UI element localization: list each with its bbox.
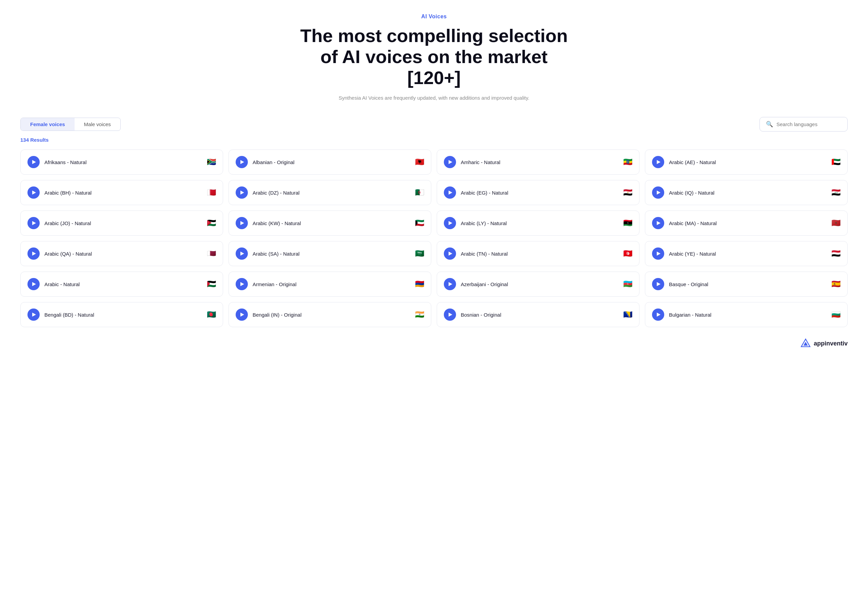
- flag-icon: 🇾🇪: [831, 249, 841, 258]
- branding: appinventiv: [20, 338, 848, 349]
- voice-card[interactable]: Arabic (JO) - Natural 🇯🇴: [20, 211, 223, 236]
- search-box[interactable]: 🔍: [760, 117, 848, 132]
- play-button[interactable]: [236, 278, 248, 290]
- play-button[interactable]: [27, 278, 40, 290]
- play-button[interactable]: [444, 247, 456, 260]
- play-button[interactable]: [652, 187, 664, 199]
- flag-icon: 🇩🇿: [415, 188, 424, 197]
- voice-left: Arabic (TN) - Natural: [444, 247, 508, 260]
- tab-female-voices[interactable]: Female voices: [21, 118, 75, 130]
- flag-icon: 🇵🇸: [207, 280, 216, 289]
- voice-name: Arabic (QA) - Natural: [44, 251, 92, 257]
- voice-card[interactable]: Arabic (LY) - Natural 🇱🇾: [437, 211, 640, 236]
- voice-name: Bulgarian - Natural: [669, 312, 711, 317]
- voice-name: Bosnian - Original: [461, 312, 501, 317]
- voice-card[interactable]: Bengali (IN) - Original 🇮🇳: [228, 302, 431, 327]
- voice-card[interactable]: Arabic (KW) - Natural 🇰🇼: [228, 211, 431, 236]
- play-button[interactable]: [652, 247, 664, 260]
- voice-left: Arabic (BH) - Natural: [27, 187, 91, 199]
- voice-card[interactable]: Afrikaans - Natural 🇿🇦: [20, 149, 223, 174]
- voice-tabs: Female voices Male voices: [20, 118, 121, 131]
- voice-card[interactable]: Arabic (MA) - Natural 🇲🇦: [645, 211, 848, 236]
- play-button[interactable]: [27, 217, 40, 229]
- play-button[interactable]: [652, 308, 664, 321]
- voice-card[interactable]: Amharic - Natural 🇪🇹: [437, 149, 640, 174]
- voice-name: Basque - Original: [669, 281, 708, 287]
- play-button[interactable]: [444, 308, 456, 321]
- voice-card[interactable]: Arabic (IQ) - Natural 🇮🇶: [645, 180, 848, 205]
- play-button[interactable]: [444, 187, 456, 199]
- voice-card[interactable]: Arabic (TN) - Natural 🇹🇳: [437, 241, 640, 266]
- voice-card[interactable]: Bulgarian - Natural 🇧🇬: [645, 302, 848, 327]
- voice-card[interactable]: Albanian - Original 🇦🇱: [228, 149, 431, 174]
- flag-icon: 🇶🇦: [207, 249, 216, 258]
- play-button[interactable]: [236, 217, 248, 229]
- search-input[interactable]: [777, 121, 841, 127]
- voice-name: Arabic (KW) - Natural: [253, 220, 301, 226]
- voice-left: Arabic (EG) - Natural: [444, 187, 508, 199]
- voice-name: Arabic (IQ) - Natural: [669, 190, 714, 196]
- voice-card[interactable]: Arabic (EG) - Natural 🇪🇬: [437, 180, 640, 205]
- voice-name: Bengali (BD) - Natural: [44, 312, 94, 317]
- voice-left: Arabic (MA) - Natural: [652, 217, 717, 229]
- play-button[interactable]: [652, 278, 664, 290]
- voice-card[interactable]: Arabic (BH) - Natural 🇧🇭: [20, 180, 223, 205]
- voice-left: Amharic - Natural: [444, 156, 500, 168]
- voice-name: Azerbaijani - Original: [461, 281, 508, 287]
- voice-name: Albanian - Original: [253, 159, 294, 165]
- play-button[interactable]: [27, 308, 40, 321]
- subtitle: Synthesia AI Voices are frequently updat…: [20, 95, 848, 101]
- flag-icon: 🇪🇬: [623, 188, 632, 197]
- voice-left: Bosnian - Original: [444, 308, 501, 321]
- play-button[interactable]: [236, 247, 248, 260]
- flag-icon: 🇪🇹: [623, 158, 632, 167]
- voice-name: Amharic - Natural: [461, 159, 500, 165]
- voice-left: Bengali (BD) - Natural: [27, 308, 94, 321]
- voice-name: Arabic (MA) - Natural: [669, 220, 717, 226]
- play-button[interactable]: [444, 217, 456, 229]
- play-button[interactable]: [444, 156, 456, 168]
- appinventiv-logo-icon: [800, 338, 811, 349]
- search-icon: 🔍: [766, 121, 773, 128]
- flag-icon: 🇸🇦: [415, 249, 424, 258]
- voice-left: Arabic (AE) - Natural: [652, 156, 716, 168]
- flag-icon: 🇧🇭: [207, 188, 216, 197]
- voice-left: Arabic - Natural: [27, 278, 80, 290]
- flag-icon: 🇦🇿: [623, 280, 632, 289]
- play-button[interactable]: [444, 278, 456, 290]
- voice-name: Arabic (AE) - Natural: [669, 159, 716, 165]
- play-button[interactable]: [652, 156, 664, 168]
- play-button[interactable]: [652, 217, 664, 229]
- voice-left: Arabic (SA) - Natural: [236, 247, 299, 260]
- voice-left: Bengali (IN) - Original: [236, 308, 302, 321]
- play-button[interactable]: [27, 247, 40, 260]
- voice-card[interactable]: Arabic (YE) - Natural 🇾🇪: [645, 241, 848, 266]
- flag-icon: 🇿🇦: [207, 158, 216, 167]
- voice-card[interactable]: Armenian - Original 🇦🇲: [228, 272, 431, 297]
- voice-left: Arabic (DZ) - Natural: [236, 187, 299, 199]
- flag-icon: 🇹🇳: [623, 249, 632, 258]
- flag-icon: 🇮🇶: [831, 188, 841, 197]
- voice-name: Arabic (DZ) - Natural: [253, 190, 299, 196]
- voice-name: Afrikaans - Natural: [44, 159, 86, 165]
- play-button[interactable]: [236, 156, 248, 168]
- voice-card[interactable]: Arabic (SA) - Natural 🇸🇦: [228, 241, 431, 266]
- voice-card[interactable]: Bosnian - Original 🇧🇦: [437, 302, 640, 327]
- voice-card[interactable]: Arabic (AE) - Natural 🇦🇪: [645, 149, 848, 174]
- voice-left: Bulgarian - Natural: [652, 308, 711, 321]
- play-button[interactable]: [27, 156, 40, 168]
- voice-card[interactable]: Arabic - Natural 🇵🇸: [20, 272, 223, 297]
- brand-name: appinventiv: [814, 340, 848, 347]
- voice-card[interactable]: Azerbaijani - Original 🇦🇿: [437, 272, 640, 297]
- play-button[interactable]: [27, 187, 40, 199]
- tab-male-voices[interactable]: Male voices: [75, 118, 120, 130]
- voice-card[interactable]: Arabic (QA) - Natural 🇶🇦: [20, 241, 223, 266]
- voices-grid: Afrikaans - Natural 🇿🇦 Albanian - Origin…: [20, 149, 848, 327]
- play-button[interactable]: [236, 308, 248, 321]
- voice-card[interactable]: Basque - Original 🇪🇸: [645, 272, 848, 297]
- play-button[interactable]: [236, 187, 248, 199]
- voice-card[interactable]: Arabic (DZ) - Natural 🇩🇿: [228, 180, 431, 205]
- voice-name: Arabic - Natural: [44, 281, 80, 287]
- voice-card[interactable]: Bengali (BD) - Natural 🇧🇩: [20, 302, 223, 327]
- page-header: AI Voices The most compelling selection …: [20, 14, 848, 101]
